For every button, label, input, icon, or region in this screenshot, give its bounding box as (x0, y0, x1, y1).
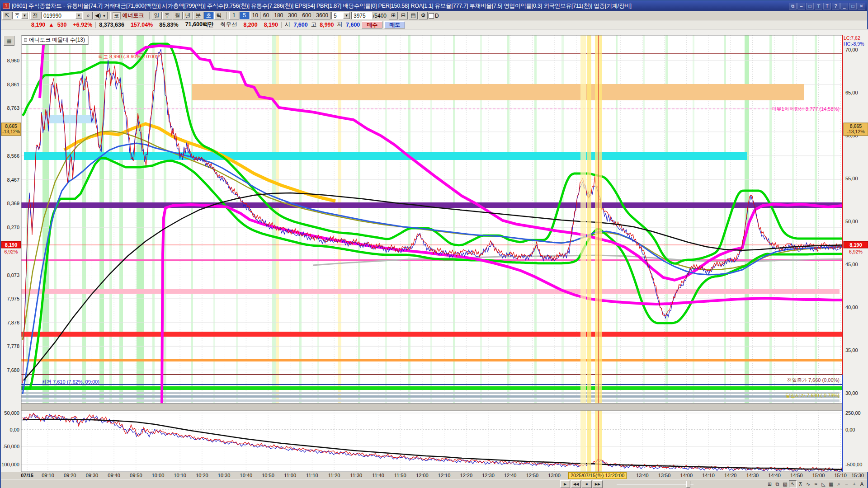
pct-axis-label: 30,00 (845, 390, 858, 396)
period-button-분[interactable]: 분 (193, 12, 203, 19)
interval-buttons: 1510601803006003600 (229, 12, 331, 19)
minimize-panel-icon[interactable]: – (797, 3, 805, 9)
copy-window-icon[interactable]: ⧉ (774, 480, 781, 488)
period-button-일[interactable]: 일 (152, 12, 162, 19)
chart-plot[interactable]: 8,9608,8618,7638,5668,4678,3698,2708,073… (1, 29, 868, 472)
count-combo[interactable]: 5▼ (331, 12, 350, 19)
best-quote-label: 최우선 (217, 21, 241, 28)
up-arrow-icon: ▲ (48, 22, 54, 28)
trade-amount: 71,600백만 (182, 21, 217, 28)
settings-gear-icon[interactable]: ⚙ (419, 12, 428, 19)
save-icon[interactable]: ▤ (409, 12, 418, 19)
buy-button[interactable]: 매수 (362, 21, 382, 28)
compare-chart-icon[interactable]: ⊟ (399, 12, 408, 19)
text-icon[interactable]: A (858, 480, 866, 488)
text-tool-icon[interactable]: T (823, 3, 831, 9)
volume-stripe (833, 35, 835, 404)
price-axis-label: 8,566 (7, 153, 19, 159)
time-label: 12:50 (526, 473, 539, 478)
restore-icon[interactable]: □ (849, 3, 857, 9)
time-label: 14:40 (768, 473, 781, 478)
wave-chart-icon[interactable]: ≈ (812, 480, 820, 488)
tick-count-input[interactable]: 3975 (351, 12, 372, 19)
chevron-down-icon[interactable]: ▼ (343, 12, 350, 19)
low-label: 저 (334, 21, 346, 28)
help-icon[interactable]: ? (832, 3, 840, 9)
period-buttons: 일주월년분초틱 (152, 12, 224, 19)
panel-icon[interactable]: □ (806, 3, 814, 9)
sound-icon[interactable]: ◀) ▼ (94, 12, 108, 19)
interval-button-180[interactable]: 180 (272, 12, 285, 19)
bar-chart-icon[interactable]: ⊼ (797, 480, 804, 488)
eraser-icon[interactable]: ◺ (820, 480, 827, 488)
freq-combo[interactable]: 주▼ (12, 12, 29, 19)
close-icon[interactable]: ✕ (858, 3, 865, 9)
chevron-down-icon[interactable]: ▼ (21, 12, 28, 19)
pct-axis-label: 50,00 (845, 219, 858, 224)
stop-icon[interactable]: ■ (582, 480, 592, 488)
time-label: 14:50 (790, 473, 803, 478)
interval-button-5[interactable]: 5 (240, 12, 250, 19)
zoom-icon[interactable]: ⌕ (835, 480, 843, 488)
time-label: 11:40 (372, 473, 384, 478)
interval-button-300[interactable]: 300 (286, 12, 299, 19)
line-chart-icon[interactable]: ∿ (804, 480, 812, 488)
volume-profile-band (21, 332, 843, 337)
time-label: 15:30 (851, 473, 864, 478)
interval-button-3600[interactable]: 3600 (314, 12, 330, 19)
period-button-월[interactable]: 월 (173, 12, 183, 19)
replay-slider-track[interactable] (617, 484, 693, 485)
indicator-tab[interactable]: 에너토크 매물대 수(13) (22, 35, 88, 45)
copy-icon[interactable]: ⧉ (789, 3, 797, 9)
pin-icon[interactable]: ⊤ (815, 3, 822, 9)
grid-window-icon[interactable]: ⊞ (766, 480, 774, 488)
lc-label: LC:7,62 (844, 35, 860, 41)
time-label: 15:10 (834, 473, 847, 478)
zoom-in-icon[interactable]: + (850, 480, 858, 488)
interval-button-1[interactable]: 1 (229, 12, 239, 19)
interval-button-600[interactable]: 600 (300, 12, 313, 19)
volume-profile-band (21, 395, 840, 398)
price-axis-label: 7,876 (7, 320, 19, 325)
low-price: 7,600 (346, 22, 360, 28)
chart-grid-button[interactable]: ▦ (4, 36, 14, 46)
play-icon[interactable]: ▶ (560, 480, 570, 488)
period-button-년[interactable]: 년 (183, 12, 193, 19)
sub-axis-label: -100,000 (1, 462, 19, 467)
price-axis-label: 7,680 (7, 367, 19, 373)
image-chart-icon[interactable]: ▦ (827, 480, 835, 488)
search-icon[interactable]: ⌕ (84, 12, 93, 19)
volume-profile-band (21, 386, 843, 390)
price-axis-label: 8,369 (7, 201, 19, 206)
period-button-초[interactable]: 초 (204, 12, 214, 19)
d-checkbox[interactable] (429, 13, 434, 19)
prev-stock-button[interactable]: 전 (30, 12, 40, 19)
chevron-down-icon[interactable]: ▼ (75, 12, 82, 19)
sell-button[interactable]: 매도 (384, 21, 405, 28)
rewind-icon[interactable]: ◀◀ (571, 480, 581, 488)
volume-stripe (109, 35, 112, 404)
dashed-chart-icon[interactable]: ▧ (781, 480, 789, 488)
minimize-icon[interactable]: _ (840, 3, 848, 9)
price-axis-label: 8,763 (7, 105, 19, 111)
add-chart-icon[interactable]: ⊞ (389, 12, 398, 19)
pivot-annotation: 피봇1차저항선 8,777 (14,58%) (772, 106, 840, 112)
replay-slider-handle[interactable] (686, 481, 690, 488)
nav-back-icon[interactable]: ⇱ (2, 12, 11, 19)
window-controls: ⧉–□⊤T?_□✕ (788, 3, 865, 9)
period-button-틱[interactable]: 틱 (214, 12, 224, 19)
period-button-주[interactable]: 주 (162, 12, 172, 19)
hc-label: HC:-8,9% (844, 41, 864, 47)
time-label: 12:10 (438, 473, 451, 478)
cursor-arrow-icon[interactable]: ↖ (789, 480, 797, 488)
volume-profile-band (192, 84, 804, 100)
volume-ratio: 157.04% (127, 22, 156, 28)
interval-button-60[interactable]: 60 (261, 12, 271, 19)
panel-splitter (21, 404, 843, 410)
stock-code-input[interactable]: 019990▼ (41, 12, 83, 19)
zoom-out-icon[interactable]: − (843, 480, 850, 488)
svg-text:-13,12%: -13,12% (2, 129, 20, 134)
interval-button-10[interactable]: 10 (250, 12, 260, 19)
forward-icon[interactable]: ▶▶ (593, 480, 603, 488)
price-axis-label: 8,960 (7, 58, 19, 63)
